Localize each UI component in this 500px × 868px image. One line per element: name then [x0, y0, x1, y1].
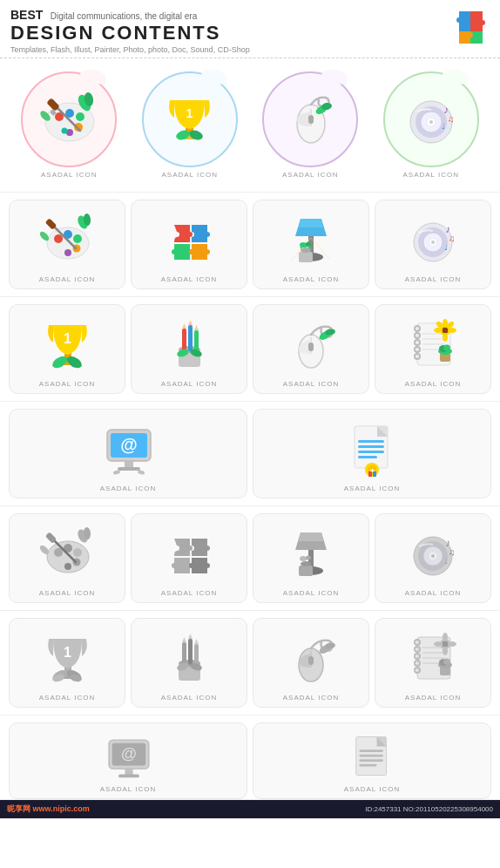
document-label-3: ASADAL ICON — [344, 485, 401, 492]
icon-card-pencils-gray: ASADAL ICON — [131, 618, 247, 708]
page-header: BEST Digital communications, the digital… — [0, 0, 500, 58]
svg-rect-47 — [299, 252, 313, 262]
footer-id: ID:2457331 NO:20110520225308954000 — [365, 805, 493, 813]
trophy-gray-label: ASADAL ICON — [39, 694, 96, 702]
circle-cd: ♪ ♫ ♩ ASADAL ICON — [379, 71, 483, 179]
icon-card-lamp: ASADAL ICON — [253, 200, 369, 289]
svg-marker-159 — [182, 637, 186, 642]
page-footer: 昵享网 www.nipic.com ID:2457331 NO:20110520… — [0, 800, 500, 818]
svg-rect-199 — [359, 749, 383, 752]
svg-point-183 — [443, 633, 448, 641]
puzzle-icon — [159, 209, 220, 270]
svg-rect-195 — [118, 775, 139, 778]
trophy-label-2: ASADAL ICON — [39, 380, 96, 388]
color-row-2-section: 1 ASADAL ICON — [0, 297, 500, 402]
svg-point-124 — [54, 548, 63, 557]
notebook-gray-label: ASADAL ICON — [405, 694, 462, 702]
icon-card-puzzle: ASADAL ICON — [131, 200, 247, 289]
svg-text:♫: ♫ — [449, 547, 456, 557]
trophy-gray-icon: 1 — [37, 627, 98, 688]
icon-card-monitor-gray: @ ASADAL ICON — [9, 722, 247, 799]
gray-row-1-section: ASADAL ICON ASADAL ICON — [0, 506, 500, 611]
document-partial-label: ASADAL ICON — [344, 785, 401, 793]
puzzle-gray-label: ASADAL ICON — [161, 589, 218, 597]
mouse-gray-icon — [280, 627, 341, 688]
icon-card-trophy: 1 ASADAL ICON — [9, 304, 125, 394]
svg-rect-201 — [359, 759, 383, 762]
svg-rect-122 — [373, 471, 376, 477]
circle-icons-row: ASADAL ICON 1 ASADAL ICON — [0, 58, 500, 193]
cd-label-1: ASADAL ICON — [405, 275, 462, 283]
svg-point-103 — [443, 344, 450, 350]
svg-rect-202 — [359, 764, 376, 767]
svg-text:1: 1 — [186, 106, 193, 120]
svg-point-33 — [54, 234, 63, 243]
paint-label-1: ASADAL ICON — [39, 275, 96, 283]
notebook-label-2: ASADAL ICON — [405, 380, 462, 388]
icon-card-notebook-gray: ASADAL ICON — [375, 618, 491, 708]
icon-card-cd-gray: ♪ ♫ ♩ ASADAL ICON — [375, 513, 491, 603]
icon-card-mouse-gray: ASADAL ICON — [253, 618, 369, 708]
cd-gray-icon: ♪ ♫ ♩ — [402, 523, 463, 584]
svg-text:♫: ♫ — [449, 234, 456, 243]
color-grid-1: ASADAL ICON ASADAL ICON — [9, 200, 491, 289]
svg-text:♩: ♩ — [442, 122, 445, 131]
color-grid-2: 1 ASADAL ICON — [9, 304, 491, 394]
design-title: DESIGN CONTENTS — [10, 23, 490, 44]
lamp-gray-label: ASADAL ICON — [283, 589, 340, 597]
svg-point-93 — [442, 327, 448, 333]
svg-rect-71 — [188, 325, 193, 351]
cd-icon: ♪ ♫ ♩ — [402, 209, 463, 270]
svg-point-35 — [73, 234, 82, 243]
lamp-gray-icon — [280, 523, 341, 584]
svg-rect-117 — [358, 456, 377, 458]
circle-trophy-label: ASADAL ICON — [162, 171, 219, 179]
circle-trophy: 1 ASADAL ICON — [138, 71, 242, 179]
mouse-gray-label: ASADAL ICON — [283, 694, 340, 702]
svg-point-185 — [434, 641, 443, 647]
trophy-icon: 1 — [37, 314, 98, 375]
lamp-icon — [280, 209, 341, 270]
icon-card-lamp-gray: ASADAL ICON — [253, 513, 369, 603]
svg-point-48 — [301, 248, 311, 253]
pencils-gray-label: ASADAL ICON — [161, 694, 218, 702]
svg-point-28 — [429, 120, 433, 124]
svg-marker-163 — [194, 639, 199, 644]
svg-point-190 — [443, 658, 450, 664]
puzzle-label-1: ASADAL ICON — [161, 275, 218, 283]
svg-point-139 — [306, 555, 311, 559]
icon-card-mouse: ASADAL ICON — [253, 304, 369, 394]
document-icon: ★ — [341, 418, 402, 479]
svg-text:@: @ — [121, 744, 137, 763]
footer-site: 昵享网 www.nipic.com — [7, 804, 90, 815]
circle-mouse-label: ASADAL ICON — [282, 171, 339, 179]
circle-badge-green: ♪ ♫ ♩ — [383, 71, 479, 167]
svg-rect-200 — [359, 755, 383, 757]
svg-point-3 — [76, 112, 84, 121]
svg-rect-194 — [125, 769, 132, 775]
svg-point-184 — [443, 647, 448, 655]
pencils-gray-icon — [159, 627, 220, 688]
svg-rect-108 — [118, 467, 140, 471]
svg-point-49 — [300, 242, 307, 248]
svg-point-182 — [442, 641, 448, 647]
notebook-icon — [402, 314, 463, 375]
svg-rect-162 — [194, 644, 199, 665]
best-label: BEST Digital communications, the digital… — [10, 7, 490, 23]
monitor-icon: @ — [98, 418, 159, 479]
color-row-3-section: @ ASADAL ICON — [0, 402, 500, 506]
svg-text:♩: ♩ — [444, 243, 448, 252]
circle-badge-pink — [21, 71, 117, 167]
svg-point-186 — [448, 641, 456, 647]
monitor-partial-label: ASADAL ICON — [100, 785, 157, 793]
svg-rect-107 — [125, 461, 133, 468]
circle-paint-label: ASADAL ICON — [41, 171, 98, 179]
circle-cd-label: ASADAL ICON — [403, 171, 460, 179]
pencils-icon — [159, 314, 220, 375]
svg-point-144 — [431, 554, 435, 558]
puzzle-gray-icon — [159, 523, 220, 584]
svg-rect-73 — [194, 330, 199, 351]
paint-palette-icon — [37, 209, 98, 270]
icon-card-notebook: ASADAL ICON — [375, 304, 491, 394]
circle-mouse: ASADAL ICON — [258, 71, 362, 179]
